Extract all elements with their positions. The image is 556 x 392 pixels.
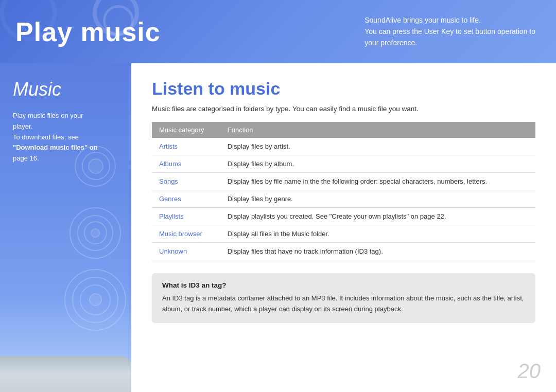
table-cell-function: Display files by artist. bbox=[220, 138, 535, 155]
table-cell-category: Genres bbox=[152, 190, 220, 208]
sidebar-title: Music bbox=[13, 79, 121, 100]
table-row: Music browserDisplay all files in the Mu… bbox=[152, 225, 535, 243]
page-number: 20 bbox=[518, 360, 541, 383]
table-cell-category: Albums bbox=[152, 155, 220, 173]
table-row: GenresDisplay files by genre. bbox=[152, 190, 535, 208]
table-cell-category: Artists bbox=[152, 138, 220, 155]
table-body: ArtistsDisplay files by artist.AlbumsDis… bbox=[152, 138, 535, 260]
info-box: What is ID3 an tag? An ID3 tag is a meta… bbox=[152, 273, 535, 323]
sidebar: Music Play music files on your player. T… bbox=[0, 63, 131, 392]
table-cell-category: Music browser bbox=[152, 225, 220, 243]
table-row: PlaylistsDisplay playlists you created. … bbox=[152, 208, 535, 225]
content-title: Listen to music bbox=[152, 79, 535, 99]
header-desc-line2: You can press the User Key to set button… bbox=[364, 26, 535, 37]
table-row: UnknownDisplay files that have no track … bbox=[152, 243, 535, 260]
content-area: Listen to music Music files are categori… bbox=[131, 63, 556, 392]
table-col2-header: Function bbox=[220, 122, 535, 138]
sidebar-text-line3: To download files, see bbox=[13, 133, 79, 141]
table-row: SongsDisplay files by file name in the t… bbox=[152, 173, 535, 190]
info-box-title: What is ID3 an tag? bbox=[162, 281, 525, 289]
header: Play music SoundAlive brings your music … bbox=[0, 0, 556, 63]
table-cell-function: Display all files in the Music folder. bbox=[220, 225, 535, 243]
table-cell-category: Playlists bbox=[152, 208, 220, 225]
header-desc-line3: your preference. bbox=[364, 38, 535, 49]
header-description: SoundAlive brings your music to life. Yo… bbox=[364, 14, 535, 49]
table-row: ArtistsDisplay files by artist. bbox=[152, 138, 535, 155]
table-row: AlbumsDisplay files by album. bbox=[152, 155, 535, 173]
table-col1-header: Music category bbox=[152, 122, 220, 138]
info-box-text: An ID3 tag is a metadata container attac… bbox=[162, 293, 525, 315]
header-desc-line1: SoundAlive brings your music to life. bbox=[364, 14, 535, 26]
table-cell-category: Songs bbox=[152, 173, 220, 190]
table-cell-function: Display files by album. bbox=[220, 155, 535, 173]
sidebar-text-line4: page 16. bbox=[13, 154, 39, 162]
music-category-table: Music category Function ArtistsDisplay f… bbox=[152, 122, 535, 260]
table-cell-function: Display files by genre. bbox=[220, 190, 535, 208]
table-cell-function: Display files by file name in the the fo… bbox=[220, 173, 535, 190]
sidebar-text-line2: player. bbox=[13, 122, 32, 130]
page-title: Play music bbox=[0, 16, 161, 47]
table-cell-category: Unknown bbox=[152, 243, 220, 260]
table-cell-function: Display playlists you created. See "Crea… bbox=[220, 208, 535, 225]
sidebar-bottom-accent bbox=[0, 356, 131, 392]
main-layout: Music Play music files on your player. T… bbox=[0, 63, 556, 392]
content-intro: Music files are categorised in folders b… bbox=[152, 105, 535, 113]
table-cell-function: Display files that have no track informa… bbox=[220, 243, 535, 260]
sidebar-text-line1: Play music files on your bbox=[13, 112, 83, 119]
